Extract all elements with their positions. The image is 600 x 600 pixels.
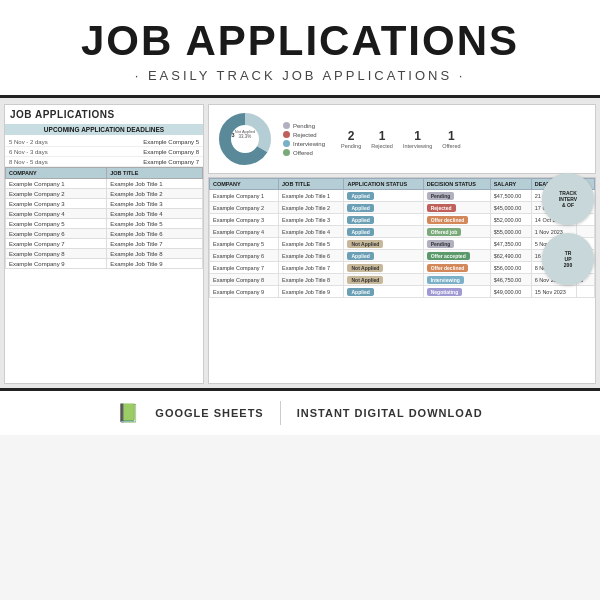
salary-cell: $62,490.00	[490, 250, 531, 262]
hero-section: JOB APPLICATIONS · EASILY TRACK JOB APPL…	[0, 0, 600, 98]
status-badge: Offer declined	[427, 264, 469, 272]
deadline-list: 5 Nov - 2 days Example Company 5 6 Nov -…	[5, 137, 203, 167]
table-row: Example Company 3Example Job Title 3Appl…	[210, 214, 595, 226]
deadline-company-3: Example Company 7	[143, 159, 199, 165]
left-jobtitle-cell: Example Job Title 2	[107, 189, 203, 199]
app-status-cell: Applied	[344, 202, 423, 214]
left-company-cell: Example Company 5	[6, 219, 107, 229]
job-cell: Example Job Title 1	[279, 190, 344, 202]
left-company-cell: Example Company 3	[6, 199, 107, 209]
app-status-cell: Applied	[344, 250, 423, 262]
company-cell: Example Company 5	[210, 238, 279, 250]
table-row: Example Company 8Example Job Title 8Not …	[210, 274, 595, 286]
chart-legend: Pending Rejected Interviewing Offered	[283, 122, 325, 156]
deadline-date-2: 6 Nov - 3 days	[9, 149, 48, 155]
left-table-row: Example Company 7Example Job Title 7	[6, 239, 203, 249]
legend-label-offered: Offered	[293, 150, 313, 156]
legend-label-pending: Pending	[293, 123, 315, 129]
legend-dot-rejected	[283, 131, 290, 138]
overlay-badge-up: TRUP200	[542, 233, 594, 285]
deadline-cell: 15 Nov 2023	[531, 286, 576, 298]
status-badge: Not Applied	[347, 240, 383, 248]
legend-label-interviewing: Interviewing	[293, 141, 325, 147]
left-jobtitle-cell: Example Job Title 6	[107, 229, 203, 239]
app-status-cell: Not Applied	[344, 274, 423, 286]
left-company-cell: Example Company 8	[6, 249, 107, 259]
company-cell: Example Company 3	[210, 214, 279, 226]
company-cell: Example Company 1	[210, 190, 279, 202]
left-app-table: COMPANY JOB TITLE Example Company 1Examp…	[5, 167, 203, 269]
hero-title: JOB APPLICATIONS	[10, 18, 590, 64]
main-table: COMPANYJOB TITLEAPPLICATION STATUSDECISI…	[209, 178, 595, 298]
job-cell: Example Job Title 5	[279, 238, 344, 250]
left-company-cell: Example Company 6	[6, 229, 107, 239]
deadline-company-2: Example Company 8	[143, 149, 199, 155]
chart-row: Not Applied 33.3% Applied 66.7% 3 6 Pend…	[208, 104, 596, 174]
dec-status-cell: Negotiating	[423, 286, 490, 298]
company-cell: Example Company 9	[210, 286, 279, 298]
job-cell: Example Job Title 8	[279, 274, 344, 286]
left-table-row: Example Company 6Example Job Title 6	[6, 229, 203, 239]
company-cell: Example Company 8	[210, 274, 279, 286]
preview-container: JOB APPLICATIONS UPCOMING APPLICATION DE…	[0, 98, 600, 388]
legend-pending: Pending	[283, 122, 325, 129]
app-status-cell: Applied	[344, 214, 423, 226]
app-status-cell: Not Applied	[344, 238, 423, 250]
google-sheets-icon: 📗	[117, 402, 139, 424]
legend-rejected: Rejected	[283, 131, 325, 138]
table-row: Example Company 6Example Job Title 6Appl…	[210, 250, 595, 262]
status-badge: Applied	[347, 204, 373, 212]
salary-cell: $52,000.00	[490, 214, 531, 226]
main-table-header: SALARY	[490, 179, 531, 190]
left-jobtitle-cell: Example Job Title 9	[107, 259, 203, 269]
status-badge: Applied	[347, 216, 373, 224]
dec-status-cell: Pending	[423, 190, 490, 202]
left-table-row: Example Company 8Example Job Title 8	[6, 249, 203, 259]
table-row: Example Company 7Example Job Title 7Not …	[210, 262, 595, 274]
app-status-cell: Applied	[344, 190, 423, 202]
dec-status-cell: Offered job	[423, 226, 490, 238]
job-cell: Example Job Title 2	[279, 202, 344, 214]
salary-cell: $46,750.00	[490, 274, 531, 286]
footer-right: INSTANT DIGITAL DOWNLOAD	[297, 407, 483, 419]
left-jobtitle-cell: Example Job Title 1	[107, 179, 203, 189]
status-badge: Offer accepted	[427, 252, 470, 260]
da-cell	[577, 286, 595, 298]
main-table-header: DECISION STATUS	[423, 179, 490, 190]
legend-interviewing: Interviewing	[283, 140, 325, 147]
main-table-header: COMPANY	[210, 179, 279, 190]
deadline-company-1: Example Company 5	[143, 139, 199, 145]
status-badge: Not Applied	[347, 264, 383, 272]
status-badge: Offered job	[427, 228, 462, 236]
app-status-cell: Applied	[344, 286, 423, 298]
status-badge: Applied	[347, 252, 373, 260]
col-company: COMPANY	[6, 168, 107, 179]
status-badge: Pending	[427, 192, 455, 200]
job-cell: Example Job Title 9	[279, 286, 344, 298]
salary-cell: $56,000.00	[490, 262, 531, 274]
app-status-cell: Applied	[344, 226, 423, 238]
stats-inline: 2 Pending 1 Rejected 1 Interviewing 1 Of…	[333, 121, 469, 157]
company-cell: Example Company 2	[210, 202, 279, 214]
deadline-row-3: 8 Nov - 5 days Example Company 7	[5, 157, 203, 167]
dec-status-cell: Rejected	[423, 202, 490, 214]
left-jobtitle-cell: Example Job Title 3	[107, 199, 203, 209]
table-row: Example Company 2Example Job Title 2Appl…	[210, 202, 595, 214]
deadline-date-3: 8 Nov - 5 days	[9, 159, 48, 165]
left-jobtitle-cell: Example Job Title 7	[107, 239, 203, 249]
table-row: Example Company 4Example Job Title 4Appl…	[210, 226, 595, 238]
status-badge: Not Applied	[347, 276, 383, 284]
svg-text:6: 6	[249, 142, 252, 148]
svg-text:3: 3	[231, 132, 234, 138]
overlay-badge-track: TRACKINTERV& OF	[542, 173, 594, 225]
status-badge: Pending	[427, 240, 455, 248]
hero-subtitle: · EASILY TRACK JOB APPLICATIONS ·	[10, 68, 590, 83]
legend-dot-pending	[283, 122, 290, 129]
status-badge: Negotiating	[427, 288, 463, 296]
stat-pending: 2 Pending	[341, 129, 361, 149]
left-table-row: Example Company 4Example Job Title 4	[6, 209, 203, 219]
dec-status-cell: Offer declined	[423, 214, 490, 226]
salary-cell: $45,000.00	[490, 202, 531, 214]
company-cell: Example Company 4	[210, 226, 279, 238]
main-table-header: JOB TITLE	[279, 179, 344, 190]
